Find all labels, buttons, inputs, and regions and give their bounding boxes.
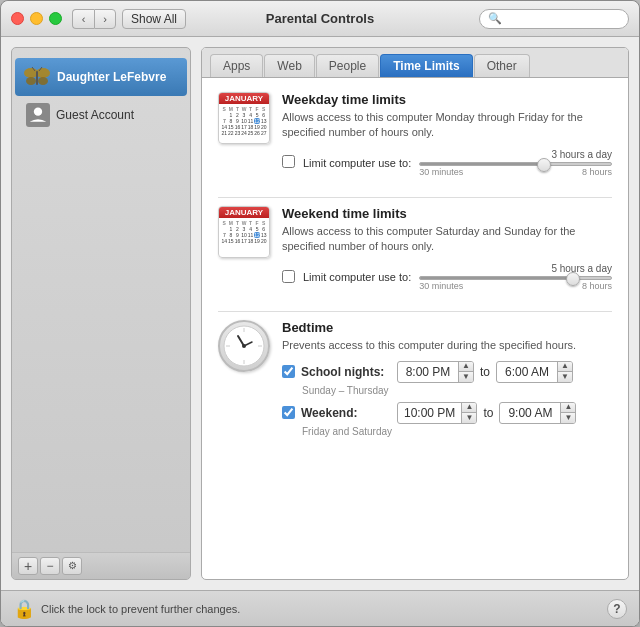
sidebar: Daughter LeFebvre Guest Account + − ⚙ bbox=[11, 47, 191, 580]
forward-button[interactable]: › bbox=[94, 9, 116, 29]
svg-point-3 bbox=[38, 77, 48, 85]
weekend-to-picker[interactable]: 9:00 AM ▲ ▼ bbox=[499, 402, 576, 424]
weekend-bedtime-checkbox[interactable] bbox=[282, 406, 295, 419]
weekend-title: Weekend time limits bbox=[282, 206, 612, 221]
weekend-from-value: 10:00 PM bbox=[398, 405, 461, 421]
weekday-slider-container: 3 hours a day 30 minutes 8 hours bbox=[419, 149, 612, 177]
weekday-title: Weekday time limits bbox=[282, 92, 612, 107]
weekend-min-label: 30 minutes bbox=[419, 281, 463, 291]
weekday-section: JANUARY SMT WTF S 12 3456 789 10111213 1… bbox=[218, 92, 612, 179]
weekend-from-down[interactable]: ▼ bbox=[462, 413, 476, 423]
maximize-button[interactable] bbox=[49, 12, 62, 25]
school-nights-to-up[interactable]: ▲ bbox=[558, 362, 572, 372]
add-account-button[interactable]: + bbox=[18, 557, 38, 575]
weekend-calendar-icon: JANUARY SMT WTF S 12 3456 789 10111213 1… bbox=[218, 206, 270, 258]
weekend-checkbox[interactable] bbox=[282, 270, 295, 283]
guest-user-icon bbox=[26, 103, 50, 127]
school-nights-from-down[interactable]: ▼ bbox=[459, 372, 473, 382]
main-panel: Apps Web People Time Limits Other JANUAR… bbox=[201, 47, 629, 580]
weekend-to-down[interactable]: ▼ bbox=[561, 413, 575, 423]
school-nights-sub-label: Sunday – Thursday bbox=[302, 385, 612, 396]
bedtime-section: Bedtime Prevents access to this computer… bbox=[218, 320, 612, 443]
weekend-slider-container: 5 hours a day 30 minutes 8 hours bbox=[419, 263, 612, 291]
svg-point-7 bbox=[34, 108, 42, 116]
svg-point-1 bbox=[36, 68, 50, 78]
sidebar-item-guest[interactable]: Guest Account bbox=[18, 98, 190, 132]
titlebar: ‹ › Show All Parental Controls 🔍 bbox=[1, 1, 639, 37]
guest-label: Guest Account bbox=[56, 108, 134, 122]
main-window: ‹ › Show All Parental Controls 🔍 bbox=[0, 0, 640, 627]
weekday-slider-value: 3 hours a day bbox=[419, 149, 612, 160]
tab-people[interactable]: People bbox=[316, 54, 379, 77]
weekend-to-stepper: ▲ ▼ bbox=[560, 403, 575, 423]
weekday-max-label: 8 hours bbox=[582, 167, 612, 177]
show-all-button[interactable]: Show All bbox=[122, 9, 186, 29]
weekend-from-up[interactable]: ▲ bbox=[462, 403, 476, 413]
panel-content: JANUARY SMT WTF S 12 3456 789 10111213 1… bbox=[202, 78, 628, 579]
school-nights-to-value: 6:00 AM bbox=[497, 364, 557, 380]
weekday-text: Weekday time limits Allows access to thi… bbox=[282, 92, 612, 179]
toolbar: ‹ › Show All bbox=[72, 9, 186, 29]
school-nights-checkbox[interactable] bbox=[282, 365, 295, 378]
lock-area[interactable]: 🔒 Click the lock to prevent further chan… bbox=[13, 598, 240, 620]
weekday-checkbox[interactable] bbox=[282, 155, 295, 168]
back-button[interactable]: ‹ bbox=[72, 9, 94, 29]
weekend-cal-header: JANUARY bbox=[219, 207, 269, 218]
weekend-text: Weekend time limits Allows access to thi… bbox=[282, 206, 612, 293]
sidebar-item-daughter[interactable]: Daughter LeFebvre bbox=[15, 58, 187, 96]
school-nights-from-up[interactable]: ▲ bbox=[459, 362, 473, 372]
school-nights-to-label: to bbox=[480, 365, 490, 379]
weekend-slider-track[interactable] bbox=[419, 276, 612, 280]
weekday-limit-row: Limit computer use to: 3 hours a day bbox=[282, 149, 612, 177]
clock-face-svg bbox=[222, 324, 266, 368]
tab-apps[interactable]: Apps bbox=[210, 54, 263, 77]
bedtime-title: Bedtime bbox=[282, 320, 612, 335]
school-nights-from-picker[interactable]: 8:00 PM ▲ ▼ bbox=[397, 361, 474, 383]
bedtime-desc: Prevents access to this computer during … bbox=[282, 338, 612, 353]
person-icon bbox=[28, 105, 48, 125]
weekday-cal-header: JANUARY bbox=[219, 93, 269, 104]
tab-web[interactable]: Web bbox=[264, 54, 314, 77]
weekend-bedtime-row: Weekend: 10:00 PM ▲ ▼ to 9:00 AM bbox=[282, 402, 612, 424]
weekend-from-stepper: ▲ ▼ bbox=[461, 403, 476, 423]
weekday-slider-row bbox=[419, 162, 612, 166]
sidebar-toolbar: + − ⚙ bbox=[12, 552, 190, 579]
svg-point-15 bbox=[242, 344, 246, 348]
tab-other[interactable]: Other bbox=[474, 54, 530, 77]
weekend-to-value: 9:00 AM bbox=[500, 405, 560, 421]
help-button[interactable]: ? bbox=[607, 599, 627, 619]
minimize-button[interactable] bbox=[30, 12, 43, 25]
weekend-limit-row: Limit computer use to: 5 hours a day bbox=[282, 263, 612, 291]
school-nights-from-stepper: ▲ ▼ bbox=[458, 362, 473, 382]
content-area: Daughter LeFebvre Guest Account + − ⚙ bbox=[1, 37, 639, 590]
tabs: Apps Web People Time Limits Other bbox=[202, 48, 628, 78]
settings-button[interactable]: ⚙ bbox=[62, 557, 82, 575]
weekday-limit-label: Limit computer use to: bbox=[303, 157, 411, 169]
svg-point-0 bbox=[24, 68, 38, 78]
svg-rect-4 bbox=[36, 71, 38, 85]
school-nights-to-stepper: ▲ ▼ bbox=[557, 362, 572, 382]
daughter-label: Daughter LeFebvre bbox=[57, 70, 166, 84]
traffic-lights bbox=[11, 12, 62, 25]
weekend-to-up[interactable]: ▲ bbox=[561, 403, 575, 413]
bottom-bar: 🔒 Click the lock to prevent further chan… bbox=[1, 590, 639, 626]
tab-time-limits[interactable]: Time Limits bbox=[380, 54, 472, 77]
divider-1 bbox=[218, 197, 612, 198]
sidebar-list: Daughter LeFebvre Guest Account bbox=[12, 48, 190, 552]
weekend-limit-label: Limit computer use to: bbox=[303, 271, 411, 283]
butterfly-icon bbox=[23, 63, 51, 91]
search-input[interactable]: 🔍 bbox=[479, 9, 629, 29]
school-nights-from-value: 8:00 PM bbox=[398, 364, 458, 380]
weekend-from-picker[interactable]: 10:00 PM ▲ ▼ bbox=[397, 402, 477, 424]
clock-icon bbox=[218, 320, 270, 372]
remove-account-button[interactable]: − bbox=[40, 557, 60, 575]
school-nights-to-down[interactable]: ▼ bbox=[558, 372, 572, 382]
school-nights-to-picker[interactable]: 6:00 AM ▲ ▼ bbox=[496, 361, 573, 383]
school-nights-label: School nights: bbox=[301, 365, 391, 379]
window-title: Parental Controls bbox=[266, 11, 374, 26]
close-button[interactable] bbox=[11, 12, 24, 25]
school-nights-row: School nights: 8:00 PM ▲ ▼ to 6:00 AM bbox=[282, 361, 612, 383]
weekday-slider-track[interactable] bbox=[419, 162, 612, 166]
weekend-slider-row bbox=[419, 276, 612, 280]
weekend-bedtime-sub-label: Friday and Saturday bbox=[302, 426, 612, 437]
